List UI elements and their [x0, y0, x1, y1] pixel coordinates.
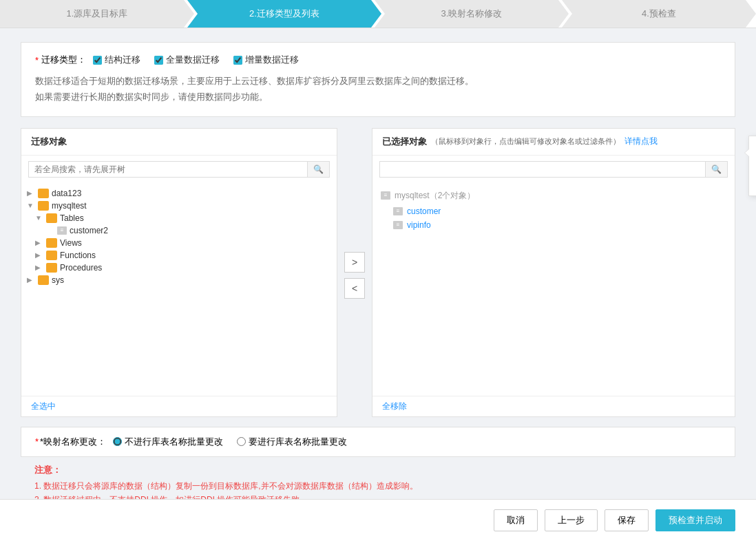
tree-node-views[interactable]: ▶ Views	[24, 237, 334, 249]
radio-no-batch[interactable]: 不进行库表名称批量更改	[113, 436, 223, 448]
tree-node-functions[interactable]: ▶ Functions	[24, 249, 334, 262]
transfer-buttons: > <	[337, 252, 372, 299]
migration-note: 数据迁移适合于短期的数据迁移场景，主要应用于上云迁移、数据库扩容拆分及阿里云数据…	[35, 73, 721, 105]
tree-node-data123[interactable]: ▶ data123	[24, 187, 334, 200]
radio-group: 不进行库表名称批量更改 要进行库表名称批量更改	[113, 436, 347, 448]
toggle-views[interactable]: ▶	[35, 239, 46, 246]
step-4[interactable]: 4.预检查	[562, 0, 756, 28]
checkbox-full-input[interactable]	[154, 56, 163, 65]
selected-db-icon: ≡	[381, 191, 390, 200]
mapping-label: * *映射名称更改：	[35, 436, 106, 448]
checkbox-full[interactable]: 全量数据迁移	[154, 54, 220, 66]
folder-icon-mysqltest	[38, 201, 49, 211]
right-search-input[interactable]	[380, 162, 705, 177]
right-panel: 已选择对象 （鼠标移到对象行，点击编辑可修改对象名或过滤条件） 详情点我 🔍 ≡…	[372, 128, 735, 417]
right-panel-title: 已选择对象 （鼠标移到对象行，点击编辑可修改对象名或过滤条件） 详情点我	[372, 129, 735, 156]
cancel-button[interactable]: 取消	[494, 509, 538, 531]
stepper: 1.源库及目标库 2.迁移类型及列表 3.映射名称修改 4.预检查	[0, 0, 756, 28]
left-panel-title: 迁移对象	[21, 129, 337, 156]
radio-batch[interactable]: 要进行库表名称批量更改	[237, 436, 347, 448]
folder-icon-data123	[38, 189, 49, 198]
start-button[interactable]: 预检查并启动	[655, 509, 735, 531]
selected-table-vipinfo: ≡ vipinfo	[379, 218, 728, 232]
left-panel: 迁移对象 🔍 ▶ data123 ▼ mysqltest	[21, 128, 337, 417]
tree-node-procedures[interactable]: ▶ Procedures	[24, 262, 334, 274]
left-panel-search[interactable]: 🔍	[28, 161, 330, 178]
folder-icon-procedures	[46, 263, 57, 273]
mapping-section: * *映射名称更改： 不进行库表名称批量更改 要进行库表名称批量更改	[21, 427, 735, 457]
tree-node-tables[interactable]: ▼ Tables	[24, 212, 334, 224]
table-icon-customer2: ≡	[57, 226, 67, 235]
folder-icon-views	[46, 238, 57, 248]
toggle-procedures[interactable]: ▶	[35, 264, 46, 271]
tree-node-customer2[interactable]: ▶ ≡ customer2	[24, 224, 334, 237]
save-button[interactable]: 保存	[605, 509, 649, 531]
step-2[interactable]: 2.迁移类型及列表	[187, 0, 381, 28]
selected-table-icon-vipinfo: ≡	[393, 221, 403, 229]
right-panel-footer: 全移除	[372, 396, 735, 416]
right-search-icon[interactable]: 🔍	[705, 162, 727, 177]
migration-type-section: * 迁移类型： 结构迁移 全量数据迁移 增量数据迁移 数据迁移适合于短期的数据迁…	[21, 42, 735, 117]
radio-no-batch-input[interactable]	[113, 437, 122, 446]
main-content: * 迁移类型： 结构迁移 全量数据迁移 增量数据迁移 数据迁移适合于短期的数据迁…	[0, 28, 756, 529]
search-icon[interactable]: 🔍	[307, 162, 329, 177]
checkbox-structural[interactable]: 结构迁移	[93, 54, 140, 66]
folder-icon-functions	[46, 251, 57, 260]
selected-table-customer: ≡ customer	[379, 204, 728, 218]
toggle-tables[interactable]: ▼	[35, 214, 46, 222]
checkbox-group: 结构迁移 全量数据迁移 增量数据迁移	[93, 54, 299, 66]
required-star: *	[35, 55, 39, 65]
search-input[interactable]	[29, 162, 307, 177]
toggle-data123[interactable]: ▶	[27, 189, 38, 197]
radio-batch-input[interactable]	[237, 437, 246, 446]
prev-button[interactable]: 上一步	[545, 509, 598, 531]
tree-node-mysqltest[interactable]: ▼ mysqltest	[24, 200, 334, 212]
folder-icon-sys	[38, 275, 49, 285]
toggle-functions[interactable]: ▶	[35, 251, 46, 259]
right-panel-hint: （鼠标移到对象行，点击编辑可修改对象名或过滤条件）	[431, 136, 620, 147]
toggle-sys[interactable]: ▶	[27, 276, 38, 284]
step-3[interactable]: 3.映射名称修改	[375, 0, 569, 28]
transfer-forward-button[interactable]: >	[344, 252, 365, 273]
tooltip-box: 鼠标移到对象上，点击编辑入口，即可配置源跟目标实例的对象名映射及迁移列选择	[748, 136, 756, 196]
remove-all-link[interactable]: 全移除	[382, 401, 407, 411]
selected-table-icon-customer: ≡	[393, 207, 403, 215]
checkbox-incremental[interactable]: 增量数据迁移	[233, 54, 299, 66]
panels-row: 迁移对象 🔍 ▶ data123 ▼ mysqltest	[21, 128, 735, 417]
checkbox-structural-input[interactable]	[93, 56, 102, 65]
select-all-link[interactable]: 全选中	[31, 401, 56, 411]
tree: ▶ data123 ▼ mysqltest ▼ Tables	[21, 183, 337, 396]
selected-db-row: ≡ mysqltest（2个对象）	[379, 187, 728, 204]
tree-node-sys[interactable]: ▶ sys	[24, 274, 334, 286]
mapping-required-star: *	[35, 436, 39, 447]
transfer-backward-button[interactable]: <	[344, 278, 365, 299]
step-1[interactable]: 1.源库及目标库	[0, 0, 194, 28]
left-panel-footer: 全选中	[21, 396, 337, 416]
folder-icon-tables	[46, 213, 57, 223]
footer: 取消 上一步 保存 预检查并启动	[0, 499, 756, 541]
right-panel-hint-link[interactable]: 详情点我	[624, 136, 658, 147]
selected-list: ≡ mysqltest（2个对象） ≡ customer ≡ vipinfo	[372, 183, 735, 396]
checkbox-incremental-input[interactable]	[233, 56, 242, 65]
toggle-mysqltest[interactable]: ▼	[27, 202, 38, 209]
right-panel-search[interactable]: 🔍	[379, 161, 728, 178]
migration-type-label: 迁移类型：	[41, 54, 86, 66]
